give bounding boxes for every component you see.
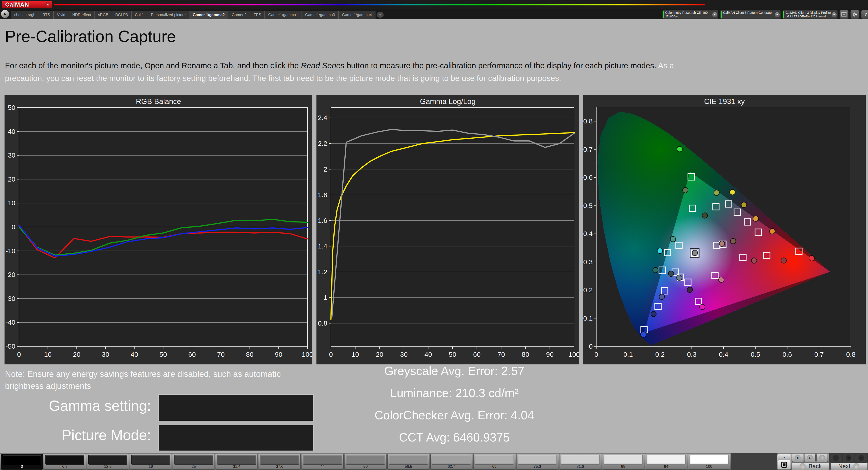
svg-text:70: 70 — [498, 351, 505, 358]
tab-gamer-2[interactable]: Gamer 2 — [228, 11, 250, 19]
svg-text:40: 40 — [8, 128, 16, 135]
device-dropdown-2[interactable]: CalMAN Client 3 Pattern Generator▼ — [720, 10, 781, 19]
picture-mode-label: Picture Mode: — [0, 427, 151, 443]
device-dropdown-1[interactable]: Colorimetry Research CR-10027g850a-b▼ — [662, 10, 718, 19]
tab-fps[interactable]: FPS — [250, 11, 265, 19]
tab-personalized-picture[interactable]: Personalized picture — [147, 11, 189, 19]
svg-text:0: 0 — [17, 351, 21, 358]
play-button[interactable]: ▶ — [804, 454, 815, 462]
tab-cal-1[interactable]: Cal 1 — [131, 11, 148, 19]
stop-button[interactable]: ■ — [792, 454, 803, 462]
measured-point — [651, 311, 656, 317]
svg-text:2.2: 2.2 — [318, 140, 327, 147]
next-button[interactable]: Next » — [831, 463, 867, 470]
pattern-swatch-31.4[interactable]: 31.4 — [216, 454, 258, 470]
swatch-label: 19 — [130, 464, 172, 469]
stop-icon: ■ — [795, 455, 801, 461]
add-tab-button[interactable]: + — [377, 12, 383, 18]
swatch-label: 6.3 — [44, 464, 86, 469]
pattern-swatch-94[interactable]: 94 — [645, 454, 687, 470]
pattern-swatch-69[interactable]: 69 — [473, 454, 515, 470]
svg-text:40: 40 — [425, 351, 432, 358]
sync-measure-button[interactable]: ↻ — [843, 454, 855, 462]
pattern-swatch-12.5[interactable]: 12.5 — [87, 454, 129, 470]
tab-strip: chosen-srgbRTSVividHDR effectsRGBDCI-P3C… — [11, 11, 383, 19]
swatch-label: 94 — [645, 464, 687, 469]
settings-button[interactable] — [850, 10, 860, 19]
pattern-swatch-37.6[interactable]: 37.6 — [258, 454, 301, 470]
page-title: Pre-Calibration Capture — [5, 27, 176, 46]
swatch-color — [260, 455, 299, 465]
pattern-swatch-44[interactable]: 44 — [302, 454, 344, 470]
pattern-swatch-56.5[interactable]: 56.5 — [388, 454, 430, 470]
tab-srgb[interactable]: sRGB — [95, 11, 112, 19]
device-dropdown-3[interactable]: CalMAN Client 3 Display ProfilerLG ULTRA… — [782, 10, 838, 19]
greyscale-pattern-swatches: 06.312.5192531.437.6445056.562.76975.381… — [1, 454, 730, 470]
pattern-swatch-25[interactable]: 25 — [173, 454, 215, 470]
pattern-swatch-62.7[interactable]: 62.7 — [430, 454, 472, 470]
chevrons-left-icon: « — [800, 463, 806, 470]
swatch-color — [389, 455, 428, 465]
swatch-color — [604, 455, 643, 465]
stat-line: Luminance: 210.3 cd/m² — [323, 382, 585, 404]
help-button[interactable]: ? — [861, 10, 868, 19]
pattern-swatch-50[interactable]: 50 — [344, 454, 386, 470]
swatch-color — [45, 455, 84, 465]
pattern-swatch-19[interactable]: 19 — [130, 454, 172, 470]
tab-gamer1-gamma3[interactable]: Gamer1/gamma3 — [302, 11, 339, 19]
swatch-color — [346, 455, 385, 465]
pattern-swatch-0[interactable]: 0 — [1, 454, 43, 470]
svg-text:0.8: 0.8 — [318, 319, 327, 327]
svg-text:0.7: 0.7 — [583, 146, 593, 153]
svg-text:0.5: 0.5 — [583, 202, 593, 209]
measured-point — [753, 216, 758, 221]
calman-logo-menu[interactable]: CalMAN ▼ — [2, 1, 53, 8]
instructions-line1: For each of the monitor's picture mode, … — [5, 59, 841, 72]
measured-point — [770, 228, 775, 234]
pattern-window-controls: ▲ — [777, 454, 791, 470]
svg-text:0.3: 0.3 — [687, 351, 696, 358]
stat-line: CCT Avg: 6460.9375 — [323, 426, 585, 448]
ddc-button[interactable]: DDC — [839, 10, 848, 19]
svg-text:20: 20 — [376, 351, 383, 358]
svg-text:30: 30 — [102, 351, 109, 358]
tab-chosen-srgb[interactable]: chosen-srgb — [11, 11, 39, 19]
rgb-balance-chart: RGB Balance -50-40-30-20-100102030405001… — [4, 95, 312, 365]
device-name: CalMAN Client 3 Pattern Generator — [723, 11, 774, 15]
swatch-label: 100 — [688, 464, 730, 469]
continuous-measure-button[interactable]: ∞ — [830, 454, 842, 462]
tab-rts[interactable]: RTS — [39, 11, 54, 19]
stat-line: Greyscale Avg. Error: 2.57 — [323, 360, 585, 382]
measured-point — [692, 250, 698, 256]
tab-gamer-1-gamma2[interactable]: Gamer 1/gamma2 — [189, 11, 228, 19]
gamma-setting-input[interactable] — [158, 394, 314, 421]
measured-point — [809, 255, 814, 261]
tab-dci-p3[interactable]: DCI-P3 — [112, 11, 131, 19]
svg-text:0.2: 0.2 — [583, 286, 593, 294]
top-bar: CalMAN ▼ — [0, 0, 868, 8]
pattern-swatch-88[interactable]: 88 — [602, 454, 644, 470]
svg-text:-20: -20 — [6, 271, 16, 278]
svg-text:0: 0 — [589, 343, 593, 350]
svg-text:1.4: 1.4 — [318, 242, 327, 250]
measured-point — [670, 237, 676, 242]
pattern-swatch-100[interactable]: 100 — [688, 454, 730, 470]
tab-vivid[interactable]: Vivid — [54, 11, 69, 19]
pattern-swatch-75.3[interactable]: 75.3 — [516, 454, 558, 470]
tab-gamer1-gamma4[interactable]: Gamer1/gamma4 — [339, 11, 375, 19]
pattern-window-button[interactable] — [778, 460, 790, 469]
pattern-size-button[interactable]: ⊡ — [816, 454, 828, 462]
measured-point — [659, 294, 664, 300]
tab-hdr-effect[interactable]: HDR effect — [69, 11, 95, 19]
picture-mode-input[interactable] — [158, 425, 314, 451]
back-button[interactable]: « Back — [792, 463, 830, 470]
pattern-swatch-6.3[interactable]: 6.3 — [44, 454, 86, 470]
accept-measure-button[interactable]: ✓ — [855, 454, 867, 462]
pattern-swatch-81.6[interactable]: 81.6 — [559, 454, 601, 470]
svg-text:50: 50 — [449, 351, 456, 358]
tab-scroll-button[interactable]: ▶ — [1, 10, 9, 18]
pattern-expand-button[interactable]: ▲ — [778, 455, 790, 460]
tab-gamer1-gamma1[interactable]: Gamer1/gamma1 — [265, 11, 302, 19]
swatch-label: 37.6 — [259, 464, 301, 469]
swatch-label: 69 — [473, 464, 515, 469]
